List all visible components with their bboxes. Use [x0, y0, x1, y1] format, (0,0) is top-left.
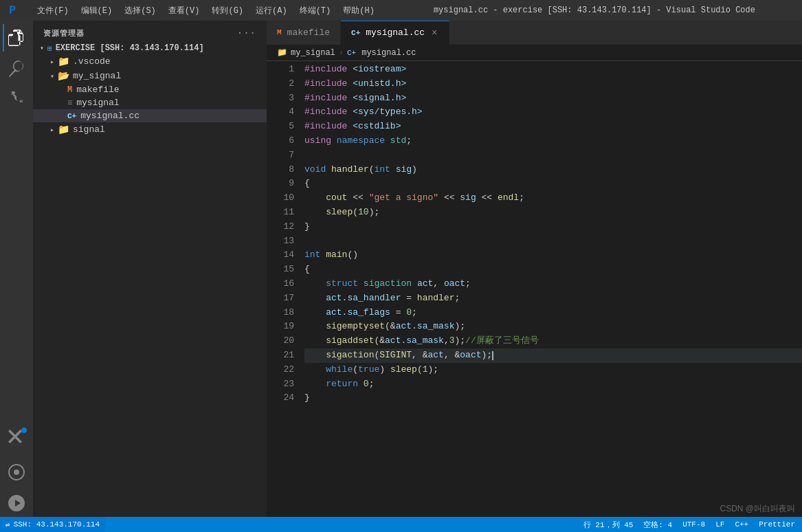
tree-item-mysignal-bin[interactable]: ≡ mysignal [33, 96, 267, 109]
activity-git-icon[interactable] [3, 86, 30, 113]
tab-close-icon[interactable]: × [430, 26, 438, 40]
line-number: 17 [267, 291, 294, 306]
svg-point-0 [14, 469, 19, 475]
mysignal-cc-label: mysignal.cc [80, 111, 140, 121]
status-position[interactable]: 行 21，列 45 [583, 520, 634, 530]
root-arrow-icon: ▾ [36, 44, 47, 52]
code-line: sleep(10); [304, 206, 802, 220]
menu-edit[interactable]: 编辑(E) [76, 3, 118, 18]
code-line: { [304, 177, 802, 191]
vscode-logo-icon: Ｐ [7, 3, 18, 18]
signal-label: signal [73, 124, 105, 135]
tree-item-signal-folder[interactable]: ▸ 📁 signal [33, 122, 267, 137]
folder-open-icon: 📂 [58, 70, 69, 82]
menu-terminal[interactable]: 终端(T) [294, 3, 337, 18]
line-number: 8 [267, 163, 294, 177]
activity-explorer-icon[interactable] [3, 24, 30, 52]
menu-goto[interactable]: 转到(G) [206, 3, 249, 18]
vscode-label: .vscode [73, 56, 111, 67]
status-encoding[interactable]: UTF-8 [682, 520, 705, 529]
code-line: struct sigaction act, oact; [304, 277, 802, 291]
status-bar: ⇌ SSH: 43.143.170.114 行 21，列 45 空格: 4 UT… [0, 517, 802, 532]
sidebar-more-icon[interactable]: ··· [237, 27, 256, 38]
tab-mysignal-cc[interactable]: C+ mysignal.cc × [341, 21, 449, 45]
status-right: 行 21，列 45 空格: 4 UTF-8 LF C++ Prettier [583, 520, 795, 530]
cpp-file-icon: C+ [67, 112, 76, 120]
menu-run[interactable]: 运行(A) [250, 3, 293, 18]
line-number: 11 [267, 206, 294, 220]
tree-item-makefile[interactable]: M makefile [33, 83, 267, 96]
status-language[interactable]: C++ [735, 520, 748, 529]
tab-makefile-icon: M [277, 28, 282, 36]
tree-item-vscode[interactable]: ▸ 📁 .vscode [33, 54, 267, 69]
code-line: sigaddset(&act.sa_mask,3);//屏蔽了三号信号 [304, 334, 802, 348]
status-remote[interactable]: ⇌ SSH: 43.143.170.114 [0, 517, 105, 532]
menu-view[interactable]: 查看(V) [163, 3, 205, 18]
line-number: 1 [267, 63, 294, 77]
activity-extensions-icon[interactable] [3, 424, 30, 452]
menu-help[interactable]: 帮助(H) [337, 3, 380, 18]
code-line: } [304, 391, 802, 406]
status-formatter[interactable]: Prettier [759, 520, 795, 529]
tree-item-mysignal-cc[interactable]: C+ mysignal.cc [33, 109, 267, 122]
editor-area: M makefile C+ mysignal.cc × 📁 my_signal … [267, 21, 802, 517]
tree-item-mysignal-folder[interactable]: ▾ 📂 my_signal [33, 69, 267, 83]
status-spaces[interactable]: 空格: 4 [643, 520, 672, 530]
status-eol[interactable]: LF [715, 520, 724, 529]
code-line: void handler(int sig) [304, 163, 802, 177]
code-line: { [304, 263, 802, 277]
code-line: int main() [304, 248, 802, 263]
code-line: while(true) sleep(1); [304, 363, 802, 377]
code-line: #include <signal.h> [304, 91, 802, 106]
remote-icon: ⊞ [47, 44, 52, 53]
line-number: 20 [267, 334, 294, 348]
menu-file[interactable]: 文件(F) [32, 3, 74, 18]
code-line: #include <unistd.h> [304, 77, 802, 91]
code-line: } [304, 220, 802, 234]
code-line [304, 148, 802, 163]
code-line: return 0; [304, 377, 802, 392]
line-number: 12 [267, 220, 294, 234]
code-line [304, 234, 802, 249]
title-bar: Ｐ 文件(F) 编辑(E) 选择(S) 查看(V) 转到(G) 运行(A) 终端… [0, 0, 802, 21]
line-number: 9 [267, 177, 294, 191]
main-container: 资源管理器 ··· ▾ ⊞ EXERCISE [SSH: 43.143.170.… [0, 21, 802, 517]
signal-folder-icon: 📁 [58, 124, 69, 135]
menu-select[interactable]: 选择(S) [119, 3, 161, 18]
tab-cpp-label: mysignal.cc [366, 27, 425, 38]
code-editor[interactable]: 123456789101112131415161718192021222324 … [267, 61, 802, 517]
line-number: 24 [267, 391, 294, 406]
tree-root[interactable]: ▾ ⊞ EXERCISE [SSH: 43.143.170.114] [33, 42, 267, 54]
mysignal-folder-label: my_signal [73, 71, 121, 81]
line-number: 18 [267, 306, 294, 320]
line-number: 4 [267, 105, 294, 120]
line-number: 7 [267, 148, 294, 163]
line-number: 23 [267, 377, 294, 392]
breadcrumb-file[interactable]: mysignal.cc [361, 48, 416, 58]
breadcrumb-file-icon: C+ [347, 49, 356, 57]
line-number: 6 [267, 134, 294, 148]
activity-run-icon[interactable] [3, 489, 30, 517]
breadcrumb-folder[interactable]: my_signal [291, 48, 335, 58]
sidebar: 资源管理器 ··· ▾ ⊞ EXERCISE [SSH: 43.143.170.… [33, 21, 267, 517]
code-line: #include <iostream> [304, 63, 802, 77]
code-content[interactable]: #include <iostream>#include <unistd.h>#i… [301, 61, 802, 517]
line-number: 16 [267, 277, 294, 291]
makefile-icon: M [67, 85, 72, 95]
tab-cpp-icon: C+ [351, 29, 360, 37]
status-left: ⇌ SSH: 43.143.170.114 [7, 517, 105, 532]
breadcrumb-folder-icon: 📁 [277, 47, 287, 58]
file-icon: ≡ [67, 98, 72, 108]
line-number: 19 [267, 320, 294, 334]
activity-search-icon[interactable] [3, 55, 30, 82]
activity-remote-icon[interactable] [3, 458, 30, 486]
tab-makefile[interactable]: M makefile [267, 21, 341, 45]
file-tree: ▾ ⊞ EXERCISE [SSH: 43.143.170.114] ▸ 📁 .… [33, 42, 267, 137]
code-line: act.sa_handler = handler; [304, 291, 802, 306]
line-number: 5 [267, 120, 294, 134]
remote-arrows-icon: ⇌ [5, 520, 10, 529]
activity-bar [0, 21, 33, 517]
sidebar-actions: ··· [237, 27, 256, 38]
vscode-arrow-icon: ▸ [47, 58, 58, 66]
sidebar-title: 资源管理器 [43, 28, 85, 38]
